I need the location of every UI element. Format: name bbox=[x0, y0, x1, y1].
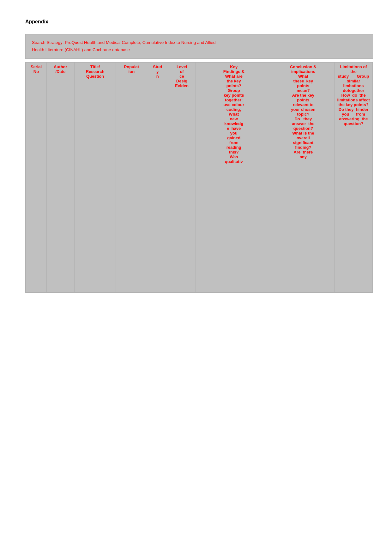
cell-serial bbox=[26, 166, 47, 292]
th-level: LevelofceDesigEviden bbox=[168, 62, 196, 166]
th-limitations: Limitations of thestudy Groupsimilar lim… bbox=[335, 62, 373, 166]
header-row-1: SerialNo Author/Date Title/ResearchQuest… bbox=[26, 62, 373, 166]
cell-limitations bbox=[335, 166, 373, 292]
th-title: Title/ResearchQuestion bbox=[74, 62, 116, 166]
table-wrapper: SerialNo Author/Date Title/ResearchQuest… bbox=[25, 62, 373, 293]
main-table: SerialNo Author/Date Title/ResearchQuest… bbox=[26, 62, 373, 292]
cell-title bbox=[74, 166, 116, 292]
cell-conclusion bbox=[272, 166, 335, 292]
page-container: Appendix Search Strategy: ProQuest Healt… bbox=[0, 0, 392, 305]
search-strategy-line1: Search Strategy: ProQuest Health and Med… bbox=[32, 39, 366, 46]
th-conclusion: Conclusion &implicationsWhatthese keypoi… bbox=[272, 62, 335, 166]
th-study: Studyn bbox=[147, 62, 168, 166]
search-strategy-box: Search Strategy: ProQuest Health and Med… bbox=[25, 34, 373, 59]
cell-author bbox=[46, 166, 74, 292]
search-strategy-line2: Health Literature (CINAHL) and Cochrane … bbox=[32, 46, 366, 54]
cell-population bbox=[116, 166, 147, 292]
cell-level bbox=[168, 166, 196, 292]
data-row-1 bbox=[26, 166, 373, 292]
appendix-title: Appendix bbox=[25, 19, 373, 25]
th-serial: SerialNo bbox=[26, 62, 47, 166]
cell-key bbox=[196, 166, 272, 292]
cell-study bbox=[147, 166, 168, 292]
th-population: Population bbox=[116, 62, 147, 166]
th-author: Author/Date bbox=[46, 62, 74, 166]
th-key: KeyFindings &What arethe keypoints?Group… bbox=[196, 62, 272, 166]
